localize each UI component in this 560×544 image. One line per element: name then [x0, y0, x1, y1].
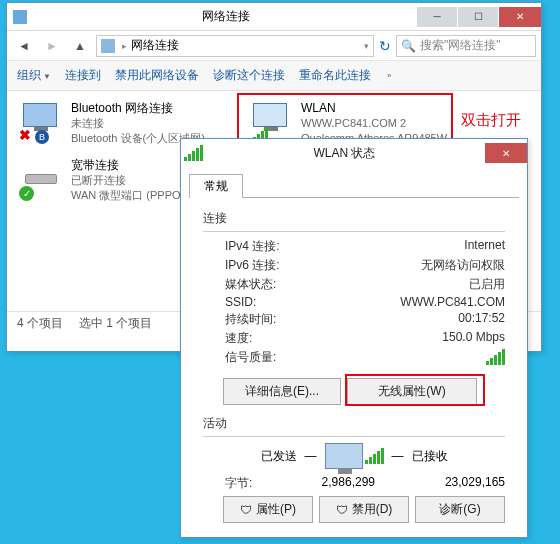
titlebar[interactable]: 网络连接 ─ ☐ ✕: [7, 3, 541, 31]
status-count: 4 个项目: [17, 315, 63, 332]
signal-icon: [181, 145, 205, 161]
signal-bars-icon: [365, 448, 384, 464]
sent-label: 已发送: [261, 448, 297, 465]
ssid-value: WWW.PC841.COM: [400, 295, 505, 309]
section-activity: 活动: [203, 415, 505, 432]
highlight-wireless-props: [345, 374, 485, 406]
window-title: 网络连接: [35, 8, 416, 25]
ipv4-value: Internet: [464, 238, 505, 255]
minimize-button[interactable]: ─: [417, 7, 457, 27]
shield-icon: 🛡: [336, 503, 348, 517]
section-connection: 连接: [203, 210, 505, 227]
close-button[interactable]: ✕: [499, 7, 541, 27]
activity-row: 已发送 — — 已接收: [203, 443, 505, 469]
item-line2: 未连接: [71, 116, 205, 131]
ipv6-label: IPv6 连接:: [225, 257, 421, 274]
organize-menu[interactable]: 组织▼: [17, 67, 51, 84]
tab-general[interactable]: 常规: [189, 174, 243, 198]
bytes-label: 字节:: [225, 475, 285, 492]
highlight-hint: 双击打开: [461, 111, 521, 130]
search-input[interactable]: 🔍 搜索"网络连接": [396, 35, 536, 57]
received-label: 已接收: [412, 448, 448, 465]
media-label: 媒体状态:: [225, 276, 469, 293]
command-bar: 组织▼ 连接到 禁用此网络设备 诊断这个连接 重命名此连接 »: [7, 61, 541, 91]
disable-device-button[interactable]: 禁用此网络设备: [115, 67, 199, 84]
dialog-title: WLAN 状态: [205, 145, 484, 162]
close-button[interactable]: ✕: [485, 143, 527, 163]
speed-value: 150.0 Mbps: [442, 330, 505, 347]
titlebar[interactable]: WLAN 状态 ✕: [181, 139, 527, 167]
item-title: Bluetooth 网络连接: [71, 101, 205, 116]
disable-button[interactable]: 🛡禁用(D): [319, 496, 409, 523]
diagnose-button[interactable]: 诊断这个连接: [213, 67, 285, 84]
window-icon: [7, 10, 35, 24]
broadband-icon: ✓: [19, 158, 63, 198]
chevron-down-icon[interactable]: ▾: [364, 41, 369, 51]
shield-icon: 🛡: [240, 503, 252, 517]
status-selection: 选中 1 个项目: [79, 315, 152, 332]
signal-bars-icon: [486, 349, 505, 365]
details-button[interactable]: 详细信息(E)...: [223, 378, 341, 405]
bytes-recv-value: 23,029,165: [415, 475, 505, 492]
signal-label: 信号质量:: [225, 349, 486, 368]
search-placeholder: 搜索"网络连接": [420, 37, 501, 54]
rename-button[interactable]: 重命名此连接: [299, 67, 371, 84]
breadcrumb[interactable]: ▸ 网络连接 ▾: [96, 35, 374, 57]
tab-body: 连接 IPv4 连接:Internet IPv6 连接:无网络访问权限 媒体状态…: [189, 197, 519, 537]
bluetooth-adapter-icon: ✖B: [19, 101, 63, 141]
search-icon: 🔍: [401, 39, 416, 53]
duration-label: 持续时间:: [225, 311, 458, 328]
media-value: 已启用: [469, 276, 505, 293]
breadcrumb-label: 网络连接: [131, 37, 179, 54]
address-bar: ◄ ► ▲ ▸ 网络连接 ▾ ↻ 🔍 搜索"网络连接": [7, 31, 541, 61]
ssid-label: SSID:: [225, 295, 400, 309]
overflow-chevron-icon[interactable]: »: [387, 71, 391, 80]
up-button[interactable]: ▲: [68, 34, 92, 58]
speed-label: 速度:: [225, 330, 442, 347]
window-controls: ✕: [484, 143, 527, 163]
window-controls: ─ ☐ ✕: [416, 7, 541, 27]
diagnose-button[interactable]: 诊断(G): [415, 496, 505, 523]
bytes-sent-value: 2,986,299: [285, 475, 375, 492]
monitor-icon: [325, 443, 363, 469]
item-line3: WAN 微型端口 (PPPOE): [71, 188, 192, 203]
refresh-button[interactable]: ↻: [378, 35, 392, 57]
back-button[interactable]: ◄: [12, 34, 36, 58]
properties-button[interactable]: 🛡属性(P): [223, 496, 313, 523]
ipv4-label: IPv4 连接:: [225, 238, 464, 255]
maximize-button[interactable]: ☐: [458, 7, 498, 27]
connect-to-button[interactable]: 连接到: [65, 67, 101, 84]
signal-value: [486, 349, 505, 368]
duration-value: 00:17:52: [458, 311, 505, 328]
ipv6-value: 无网络访问权限: [421, 257, 505, 274]
forward-button[interactable]: ►: [40, 34, 64, 58]
item-line2: 已断开连接: [71, 173, 192, 188]
item-title: 宽带连接: [71, 158, 192, 173]
chevron-right-icon: ▸: [122, 41, 127, 51]
folder-icon: [101, 39, 115, 53]
wlan-status-dialog: WLAN 状态 ✕ 常规 连接 IPv4 连接:Internet IPv6 连接…: [180, 138, 528, 538]
